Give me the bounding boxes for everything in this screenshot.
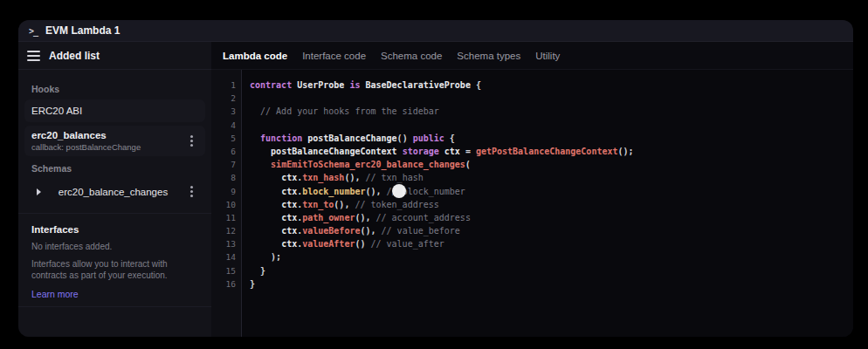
code-line[interactable]: ctx.valueAfter() // value_after [250,237,853,250]
line-number: 13 [211,237,241,250]
code-content[interactable]: contract UserProbe is BaseDeclarativePro… [242,70,853,337]
divider [18,213,211,214]
line-number: 4 [211,119,241,132]
line-number: 15 [211,264,241,277]
terminal-icon: >_ [29,26,38,36]
sidebar-item-erc20-abi[interactable]: ERC20 ABI [24,99,205,122]
hook-callback: callback: postBalanceChange [31,142,141,152]
line-number: 12 [211,224,241,237]
more-options-icon[interactable] [185,184,198,199]
code-line[interactable]: simEmitToSchema_erc20_balance_changes( [250,158,853,171]
hook-title: erc20_balances [31,130,141,140]
tab-interface-code[interactable]: Interface code [302,51,366,61]
line-number: 14 [211,250,241,263]
learn-more-link[interactable]: Learn more [31,289,79,299]
line-number: 7 [211,158,241,171]
tab-schema-types[interactable]: Schema types [457,51,520,61]
code-line[interactable]: function postBalanceChange() public { [250,132,853,145]
interfaces-description: Interfaces allow you to interact with co… [31,258,198,281]
code-line[interactable]: ctx.path_owner(), // account_address [250,211,853,224]
line-number: 10 [211,198,241,211]
code-line[interactable]: ctx.txn_to(), // token_address [250,198,853,211]
app-window: >_ EVM Lambda 1 Added list Hooks ERC20 A… [18,20,853,337]
code-line[interactable]: ctx.valueBefore(), // value_before [250,224,853,237]
menu-icon[interactable] [27,51,40,61]
title-bar: >_ EVM Lambda 1 [18,20,853,42]
line-number: 1 [211,79,241,92]
code-line[interactable] [250,119,853,132]
line-number: 8 [211,171,241,184]
code-line[interactable]: // Add your hooks from the sidebar [250,105,853,118]
line-number: 11 [211,211,241,224]
tab-lambda-code[interactable]: Lambda code [223,51,287,61]
code-line[interactable]: contract UserProbe is BaseDeclarativePro… [250,79,853,92]
erc20-abi-label: ERC20 ABI [31,106,82,116]
hooks-section-label: Hooks [31,84,211,94]
line-number: 5 [211,132,241,145]
screen-background: >_ EVM Lambda 1 Added list Hooks ERC20 A… [0,0,868,349]
line-number: 3 [211,105,241,118]
divider [18,306,211,307]
tab-schema-code[interactable]: Schema code [381,51,442,61]
interfaces-empty-text: No interfaces added. [31,242,198,251]
code-line[interactable]: ); [250,250,853,263]
window-title: EVM Lambda 1 [45,24,120,37]
sidebar-item-schema[interactable]: erc20_balance_changes [24,179,205,204]
code-line[interactable] [250,92,853,105]
code-line[interactable]: ctx.block_number(), // block_number [250,185,853,198]
sidebar-header: Added list [18,42,211,70]
line-number-gutter: 12345678910111213141516 [211,70,242,337]
sidebar: Added list Hooks ERC20 ABI erc20_balance… [18,42,211,337]
editor-pane: Lambda codeInterface codeSchema codeSche… [211,42,853,337]
schemas-section-label: Schemas [31,163,211,174]
more-options-icon[interactable] [185,133,198,148]
line-number: 9 [211,185,241,198]
sidebar-header-label: Added list [49,50,100,62]
code-editor: 12345678910111213141516 contract UserPro… [211,70,853,337]
tab-bar: Lambda codeInterface codeSchema codeSche… [211,42,853,70]
code-line[interactable]: } [250,277,853,291]
sidebar-item-erc20-balances[interactable]: erc20_balances callback: postBalanceChan… [24,126,205,156]
schema-label: erc20_balance_changes [41,187,185,197]
line-number: 16 [211,277,241,291]
line-number: 6 [211,145,241,158]
code-line[interactable]: postBalanceChangeContext storage ctx = g… [250,145,853,158]
code-line[interactable]: ctx.txn_hash(), // txn_hash [250,171,853,184]
interfaces-section-label: Interfaces [31,224,211,235]
tab-utility[interactable]: Utility [535,51,560,61]
code-line[interactable]: } [250,264,853,277]
line-number: 2 [211,92,241,105]
